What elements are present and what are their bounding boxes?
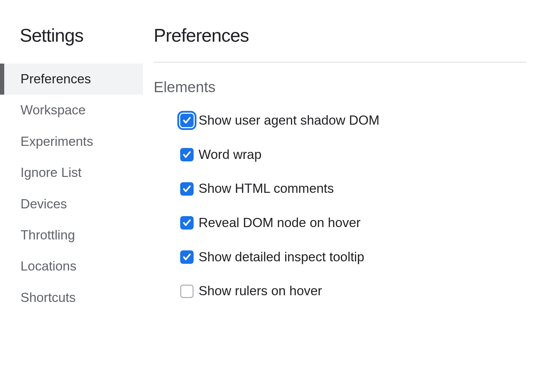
sidebar-item-shortcuts[interactable]: Shortcuts xyxy=(0,282,143,313)
option-reveal-dom-node-on-hover[interactable]: Reveal DOM node on hover xyxy=(180,216,526,230)
sidebar-item-label: Shortcuts xyxy=(20,290,76,305)
sidebar-item-preferences[interactable]: Preferences xyxy=(0,64,143,95)
sidebar-item-label: Locations xyxy=(20,259,76,273)
option-label: Show user agent shadow DOM xyxy=(199,113,379,128)
option-show-detailed-inspect-tooltip[interactable]: Show detailed inspect tooltip xyxy=(180,250,526,265)
option-label: Reveal DOM node on hover xyxy=(199,216,361,230)
divider xyxy=(154,62,526,63)
sidebar-item-workspace[interactable]: Workspace xyxy=(0,95,143,126)
check-icon xyxy=(182,218,191,227)
checkbox[interactable] xyxy=(180,216,194,230)
checkbox[interactable] xyxy=(180,148,194,161)
sidebar-item-experiments[interactable]: Experiments xyxy=(0,126,143,157)
preferences-panel: Preferences Elements Show user agent sha… xyxy=(143,0,537,392)
check-icon xyxy=(182,116,191,125)
checkbox[interactable] xyxy=(180,114,194,127)
sidebar-item-devices[interactable]: Devices xyxy=(0,189,143,220)
checkbox[interactable] xyxy=(180,285,194,298)
option-show-rulers-on-hover[interactable]: Show rulers on hover xyxy=(180,284,526,298)
sidebar-title: Settings xyxy=(0,25,143,46)
sidebar-item-label: Throttling xyxy=(20,228,75,242)
sidebar-item-locations[interactable]: Locations xyxy=(0,251,143,282)
checkbox[interactable] xyxy=(180,182,194,196)
sidebar-item-label: Workspace xyxy=(20,103,85,117)
option-label: Show detailed inspect tooltip xyxy=(199,250,364,265)
option-label: Show rulers on hover xyxy=(199,284,322,298)
option-show-html-comments[interactable]: Show HTML comments xyxy=(180,182,526,196)
checkbox[interactable] xyxy=(180,250,194,264)
option-word-wrap[interactable]: Word wrap xyxy=(180,148,526,162)
sidebar-item-label: Ignore List xyxy=(20,165,82,180)
check-icon xyxy=(182,150,191,159)
option-label: Show HTML comments xyxy=(199,182,334,196)
options-list: Show user agent shadow DOM Word wrap Sho… xyxy=(154,113,526,298)
sidebar-item-ignore-list[interactable]: Ignore List xyxy=(0,157,143,188)
sidebar-item-label: Devices xyxy=(20,197,67,211)
check-icon xyxy=(182,184,191,194)
option-label: Word wrap xyxy=(199,148,261,162)
sidebar-item-label: Preferences xyxy=(20,72,91,86)
settings-sidebar: Settings Preferences Workspace Experimen… xyxy=(0,0,143,392)
page-title: Preferences xyxy=(154,25,526,46)
sidebar-item-label: Experiments xyxy=(20,134,93,149)
check-icon xyxy=(182,253,191,262)
option-show-user-agent-shadow-dom[interactable]: Show user agent shadow DOM xyxy=(180,113,526,128)
section-title-elements: Elements xyxy=(154,79,526,96)
sidebar-item-throttling[interactable]: Throttling xyxy=(0,220,143,251)
